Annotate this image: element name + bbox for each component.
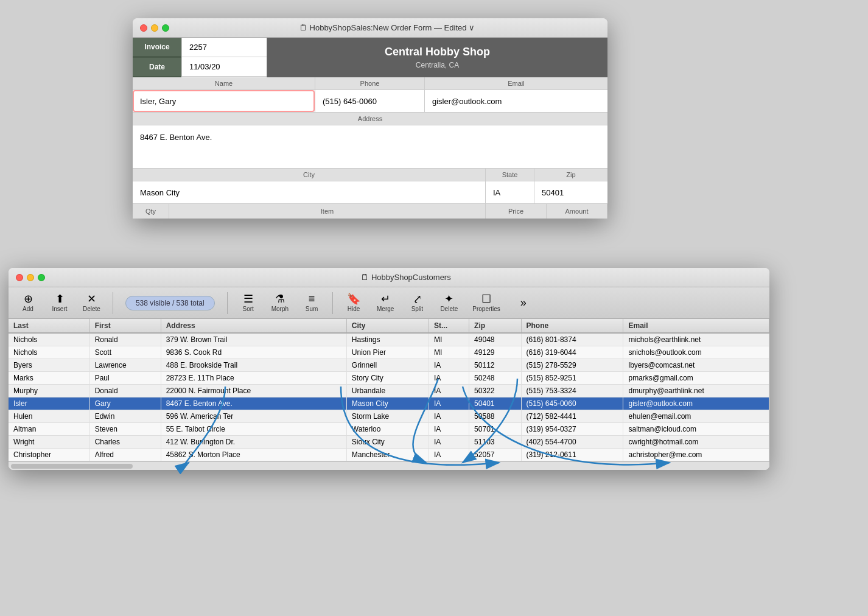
cell-4: IA bbox=[429, 372, 469, 385]
col-phone[interactable]: Phone bbox=[521, 319, 623, 333]
col-address[interactable]: Address bbox=[161, 319, 346, 333]
amount-header: Amount bbox=[547, 204, 607, 219]
name-value[interactable]: Isler, Gary bbox=[133, 90, 315, 112]
customers-table-container[interactable]: Last First Address City St... Zip Phone … bbox=[9, 319, 769, 461]
more-button[interactable]: » bbox=[510, 295, 537, 312]
table-row[interactable]: NicholsRonald379 W. Brown TrailHastingsM… bbox=[9, 333, 769, 346]
toolbar-sep-3 bbox=[332, 292, 333, 314]
cell-7: gisler@outlook.com bbox=[623, 397, 769, 410]
col-last[interactable]: Last bbox=[9, 319, 89, 333]
col-email[interactable]: Email bbox=[623, 319, 769, 333]
cell-7: pmarks@gmail.com bbox=[623, 372, 769, 385]
cell-7: saltman@icloud.com bbox=[623, 423, 769, 436]
hide-button[interactable]: 🔖 Hide bbox=[340, 291, 367, 315]
delete2-button[interactable]: ✦ Delete bbox=[435, 291, 463, 315]
col-zip[interactable]: Zip bbox=[469, 319, 521, 333]
customers-window: 🗒 HobbyShopCustomers ⊕ Add ⬆ Insert ✕ De… bbox=[9, 268, 769, 470]
table-row[interactable]: MurphyDonald22000 N. Fairmount PlaceUrba… bbox=[9, 385, 769, 397]
sort-button[interactable]: ☰ Sort bbox=[235, 291, 262, 315]
cell-1: Charles bbox=[89, 436, 161, 449]
add-button[interactable]: ⊕ Add bbox=[15, 291, 41, 315]
cell-6: (515) 278-5529 bbox=[521, 359, 623, 372]
city-value[interactable]: Mason City bbox=[133, 181, 485, 203]
table-row[interactable]: HulenEdwin596 W. American TerStorm LakeI… bbox=[9, 410, 769, 423]
cell-5: 52057 bbox=[469, 449, 521, 461]
zip-value[interactable]: 50401 bbox=[534, 181, 607, 203]
add-icon: ⊕ bbox=[24, 293, 33, 304]
customers-close-button[interactable] bbox=[16, 274, 23, 281]
table-row[interactable]: MarksPaul28723 E. 11Th PlaceStory CityIA… bbox=[9, 372, 769, 385]
table-row[interactable]: AltmanSteven55 E. Talbot CircleWaterlooI… bbox=[9, 423, 769, 436]
maximize-button[interactable] bbox=[162, 24, 169, 32]
cell-1: Paul bbox=[89, 372, 161, 385]
customers-maximize-button[interactable] bbox=[38, 274, 45, 281]
properties-label: Properties bbox=[472, 306, 500, 312]
cell-2: 596 W. American Ter bbox=[161, 410, 346, 423]
cell-2: 45862 S. Morton Place bbox=[161, 449, 346, 461]
close-button[interactable] bbox=[140, 24, 147, 32]
customers-minimize-button[interactable] bbox=[27, 274, 34, 281]
cell-4: IA bbox=[429, 423, 469, 436]
sum-icon: ≡ bbox=[309, 293, 315, 304]
shop-header: Central Hobby Shop Centralia, CA bbox=[267, 38, 607, 77]
cell-5: 49048 bbox=[469, 333, 521, 346]
cell-3: Grinnell bbox=[346, 359, 429, 372]
name-header: Name bbox=[133, 77, 315, 90]
sum-button[interactable]: ≡ Sum bbox=[298, 291, 325, 315]
scrollbar-track[interactable] bbox=[9, 461, 769, 470]
date-value[interactable]: 11/03/20 bbox=[181, 57, 267, 77]
table-row[interactable]: WrightCharles412 W. Burlington Dr.Sioux … bbox=[9, 436, 769, 449]
cell-7: ehulen@email.com bbox=[623, 410, 769, 423]
invoice-value[interactable]: 2257 bbox=[181, 38, 267, 57]
state-value[interactable]: IA bbox=[486, 181, 534, 203]
cell-6: (402) 554-4700 bbox=[521, 436, 623, 449]
insert-icon: ⬆ bbox=[55, 293, 65, 304]
split-button[interactable]: ⤤ Split bbox=[404, 291, 430, 315]
cell-4: IA bbox=[429, 359, 469, 372]
col-first[interactable]: First bbox=[89, 319, 161, 333]
morph-button[interactable]: ⚗ Morph bbox=[267, 291, 293, 315]
order-form-title: 🗒 HobbyShopSales:New Order Form — Edited… bbox=[174, 23, 600, 32]
traffic-lights[interactable] bbox=[140, 24, 169, 32]
cell-2: 9836 S. Cook Rd bbox=[161, 346, 346, 359]
cell-4: MI bbox=[429, 346, 469, 359]
phone-value[interactable]: (515) 645-0060 bbox=[315, 90, 424, 112]
table-row[interactable]: ByersLawrence488 E. Brookside TrailGrinn… bbox=[9, 359, 769, 372]
cell-5: 49129 bbox=[469, 346, 521, 359]
cell-0: Christopher bbox=[9, 449, 89, 461]
merge-icon: ↵ bbox=[381, 293, 390, 304]
delete-icon: ✕ bbox=[87, 293, 96, 304]
table-body: NicholsRonald379 W. Brown TrailHastingsM… bbox=[9, 333, 769, 461]
more-icon: » bbox=[520, 297, 527, 308]
record-count: 538 visible / 538 total bbox=[125, 296, 215, 310]
cell-3: Story City bbox=[346, 372, 429, 385]
merge-button[interactable]: ↵ Merge bbox=[372, 291, 399, 315]
toolbar-sep-1 bbox=[113, 292, 113, 314]
insert-label: Insert bbox=[52, 306, 67, 312]
address-value[interactable]: 8467 E. Benton Ave. bbox=[133, 125, 607, 168]
table-row[interactable]: NicholsScott9836 S. Cook RdUnion PierMI4… bbox=[9, 346, 769, 359]
cell-3: Union Pier bbox=[346, 346, 429, 359]
properties-button[interactable]: ☐ Properties bbox=[467, 291, 505, 315]
cell-6: (319) 212-0611 bbox=[521, 449, 623, 461]
col-state[interactable]: St... bbox=[429, 319, 469, 333]
cell-3: Hastings bbox=[346, 333, 429, 346]
cell-4: IA bbox=[429, 385, 469, 397]
item-header: Item bbox=[169, 204, 486, 219]
table-row[interactable]: ChristopherAlfred45862 S. Morton PlaceMa… bbox=[9, 449, 769, 461]
form-top-section: Invoice Date 2257 11/03/20 Central Hobby… bbox=[133, 38, 607, 77]
scrollbar-thumb[interactable] bbox=[11, 464, 133, 469]
table-row[interactable]: IslerGary8467 E. Benton Ave.Mason CityIA… bbox=[9, 397, 769, 410]
customers-traffic-lights[interactable] bbox=[16, 274, 45, 281]
email-value[interactable]: gisler@outlook.com bbox=[425, 90, 607, 112]
cell-2: 55 E. Talbot Circle bbox=[161, 423, 346, 436]
insert-button[interactable]: ⬆ Insert bbox=[46, 291, 73, 315]
minimize-button[interactable] bbox=[151, 24, 158, 32]
cell-0: Nichols bbox=[9, 333, 89, 346]
cell-6: (515) 645-0060 bbox=[521, 397, 623, 410]
customers-toolbar: ⊕ Add ⬆ Insert ✕ Delete 538 visible / 53… bbox=[9, 287, 769, 319]
delete-button[interactable]: ✕ Delete bbox=[78, 291, 105, 315]
col-city[interactable]: City bbox=[346, 319, 429, 333]
cell-2: 488 E. Brookside Trail bbox=[161, 359, 346, 372]
date-label: Date bbox=[133, 57, 181, 77]
